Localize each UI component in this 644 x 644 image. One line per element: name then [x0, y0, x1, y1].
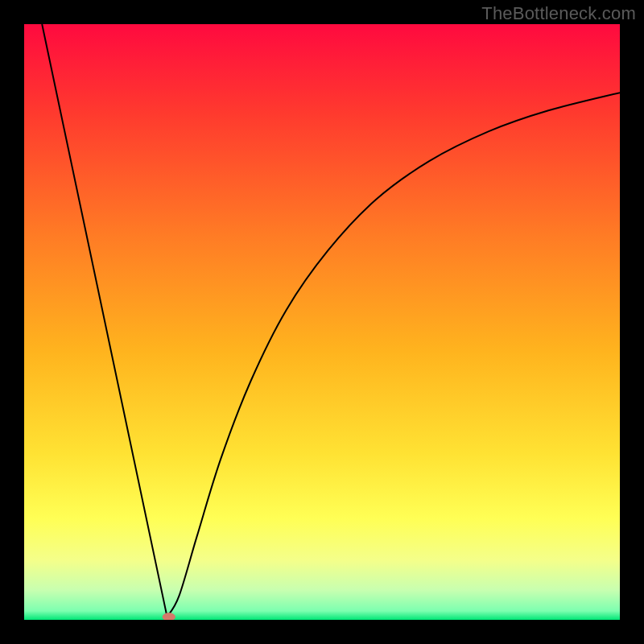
- chart-svg: [24, 24, 620, 620]
- chart-plot-area: [24, 24, 620, 620]
- chart-frame: TheBottleneck.com: [0, 0, 644, 644]
- gradient-background: [24, 24, 620, 620]
- watermark-text: TheBottleneck.com: [481, 3, 636, 24]
